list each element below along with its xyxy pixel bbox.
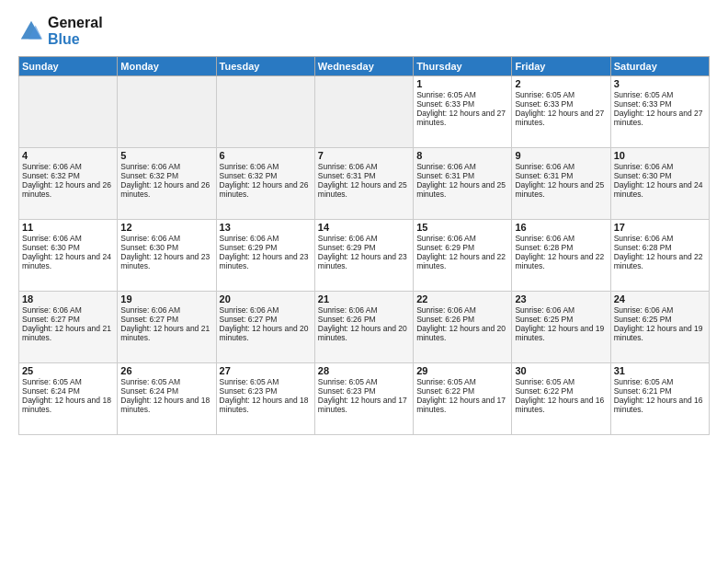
sunset-text: Sunset: 6:25 PM [614, 315, 706, 324]
daylight-text: Daylight: 12 hours and 27 minutes. [515, 109, 607, 127]
day-number: 1 [416, 78, 508, 89]
daylight-text: Daylight: 12 hours and 22 minutes. [416, 252, 508, 270]
sunset-text: Sunset: 6:31 PM [416, 171, 508, 180]
weekday-header-saturday: Saturday [610, 56, 709, 75]
weekday-header-monday: Monday [118, 56, 216, 75]
sunset-text: Sunset: 6:29 PM [416, 243, 508, 252]
sunrise-text: Sunrise: 6:06 AM [22, 162, 114, 171]
day-number: 4 [22, 150, 114, 161]
sunset-text: Sunset: 6:32 PM [22, 171, 114, 180]
sunset-text: Sunset: 6:26 PM [416, 315, 508, 324]
weekday-header-tuesday: Tuesday [216, 56, 314, 75]
calendar-cell: 8Sunrise: 6:06 AMSunset: 6:31 PMDaylight… [414, 147, 512, 219]
sunrise-text: Sunrise: 6:05 AM [515, 90, 607, 99]
calendar-cell: 12Sunrise: 6:06 AMSunset: 6:30 PMDayligh… [118, 219, 216, 291]
daylight-text: Daylight: 12 hours and 20 minutes. [416, 324, 508, 342]
daylight-text: Daylight: 12 hours and 22 minutes. [614, 252, 706, 270]
sunrise-text: Sunrise: 6:05 AM [318, 377, 410, 386]
calendar-cell: 20Sunrise: 6:06 AMSunset: 6:27 PMDayligh… [216, 291, 314, 362]
sunset-text: Sunset: 6:25 PM [515, 315, 607, 324]
logo-icon [18, 18, 44, 44]
sunrise-text: Sunrise: 6:05 AM [515, 377, 607, 386]
calendar-cell: 29Sunrise: 6:05 AMSunset: 6:22 PMDayligh… [414, 362, 512, 434]
day-number: 19 [120, 293, 212, 304]
weekday-header-wednesday: Wednesday [314, 56, 413, 75]
sunset-text: Sunset: 6:31 PM [515, 171, 607, 180]
calendar-cell: 10Sunrise: 6:06 AMSunset: 6:30 PMDayligh… [610, 147, 709, 219]
day-number: 9 [515, 150, 607, 161]
sunrise-text: Sunrise: 6:06 AM [220, 305, 312, 315]
sunrise-text: Sunrise: 6:05 AM [220, 377, 312, 386]
calendar-cell: 15Sunrise: 6:06 AMSunset: 6:29 PMDayligh… [414, 219, 512, 291]
calendar-week-2: 4Sunrise: 6:06 AMSunset: 6:32 PMDaylight… [19, 147, 710, 219]
calendar-cell: 5Sunrise: 6:06 AMSunset: 6:32 PMDaylight… [118, 147, 216, 219]
day-number: 14 [318, 222, 410, 233]
sunrise-text: Sunrise: 6:06 AM [220, 162, 312, 171]
daylight-text: Daylight: 12 hours and 23 minutes. [318, 252, 410, 270]
day-number: 12 [120, 222, 212, 233]
calendar-cell: 31Sunrise: 6:05 AMSunset: 6:21 PMDayligh… [610, 362, 709, 434]
daylight-text: Daylight: 12 hours and 25 minutes. [416, 180, 508, 199]
calendar-cell [314, 75, 413, 147]
weekday-header-thursday: Thursday [414, 56, 512, 75]
day-number: 21 [318, 293, 410, 304]
calendar-cell: 2Sunrise: 6:05 AMSunset: 6:33 PMDaylight… [512, 75, 610, 147]
calendar-cell: 13Sunrise: 6:06 AMSunset: 6:29 PMDayligh… [216, 219, 314, 291]
daylight-text: Daylight: 12 hours and 23 minutes. [220, 252, 312, 270]
sunrise-text: Sunrise: 6:06 AM [416, 162, 508, 171]
sunrise-text: Sunrise: 6:06 AM [416, 305, 508, 315]
calendar-cell: 30Sunrise: 6:05 AMSunset: 6:22 PMDayligh… [512, 362, 610, 434]
sunrise-text: Sunrise: 6:06 AM [318, 305, 410, 315]
daylight-text: Daylight: 12 hours and 19 minutes. [614, 324, 706, 342]
day-number: 7 [318, 150, 410, 161]
weekday-header-friday: Friday [512, 56, 610, 75]
daylight-text: Daylight: 12 hours and 21 minutes. [120, 324, 212, 342]
sunrise-text: Sunrise: 6:06 AM [22, 234, 114, 243]
calendar-cell: 26Sunrise: 6:05 AMSunset: 6:24 PMDayligh… [118, 362, 216, 434]
sunrise-text: Sunrise: 6:06 AM [416, 234, 508, 243]
sunset-text: Sunset: 6:22 PM [515, 386, 607, 396]
daylight-text: Daylight: 12 hours and 18 minutes. [22, 396, 114, 414]
daylight-text: Daylight: 12 hours and 26 minutes. [120, 180, 212, 199]
day-number: 18 [22, 293, 114, 304]
sunrise-text: Sunrise: 6:05 AM [416, 90, 508, 99]
sunrise-text: Sunrise: 6:06 AM [614, 162, 706, 171]
calendar-cell [19, 75, 118, 147]
sunset-text: Sunset: 6:32 PM [220, 171, 312, 180]
calendar-cell: 18Sunrise: 6:06 AMSunset: 6:27 PMDayligh… [19, 291, 118, 362]
sunrise-text: Sunrise: 6:06 AM [614, 305, 706, 315]
day-number: 8 [416, 150, 508, 161]
day-number: 24 [614, 293, 706, 304]
sunset-text: Sunset: 6:24 PM [120, 386, 212, 396]
day-number: 10 [614, 150, 706, 161]
sunset-text: Sunset: 6:28 PM [614, 243, 706, 252]
daylight-text: Daylight: 12 hours and 25 minutes. [515, 180, 607, 199]
day-number: 13 [220, 222, 312, 233]
sunset-text: Sunset: 6:30 PM [22, 243, 114, 252]
calendar-cell: 7Sunrise: 6:06 AMSunset: 6:31 PMDaylight… [314, 147, 413, 219]
daylight-text: Daylight: 12 hours and 16 minutes. [515, 396, 607, 414]
sunset-text: Sunset: 6:23 PM [318, 386, 410, 396]
sunrise-text: Sunrise: 6:05 AM [120, 377, 212, 386]
sunrise-text: Sunrise: 6:06 AM [318, 234, 410, 243]
sunset-text: Sunset: 6:27 PM [120, 315, 212, 324]
sunset-text: Sunset: 6:29 PM [318, 243, 410, 252]
sunrise-text: Sunrise: 6:05 AM [416, 377, 508, 386]
sunset-text: Sunset: 6:30 PM [120, 243, 212, 252]
calendar-cell: 27Sunrise: 6:05 AMSunset: 6:23 PMDayligh… [216, 362, 314, 434]
weekday-header-row: SundayMondayTuesdayWednesdayThursdayFrid… [19, 56, 710, 75]
day-number: 23 [515, 293, 607, 304]
calendar-cell: 17Sunrise: 6:06 AMSunset: 6:28 PMDayligh… [610, 219, 709, 291]
calendar-cell: 16Sunrise: 6:06 AMSunset: 6:28 PMDayligh… [512, 219, 610, 291]
day-number: 2 [515, 78, 607, 89]
calendar-week-3: 11Sunrise: 6:06 AMSunset: 6:30 PMDayligh… [19, 219, 710, 291]
calendar-cell: 4Sunrise: 6:06 AMSunset: 6:32 PMDaylight… [19, 147, 118, 219]
calendar-cell [118, 75, 216, 147]
sunset-text: Sunset: 6:33 PM [614, 99, 706, 109]
day-number: 31 [614, 365, 706, 376]
day-number: 5 [120, 150, 212, 161]
weekday-header-sunday: Sunday [19, 56, 118, 75]
calendar-week-4: 18Sunrise: 6:06 AMSunset: 6:27 PMDayligh… [19, 291, 710, 362]
calendar-cell: 28Sunrise: 6:05 AMSunset: 6:23 PMDayligh… [314, 362, 413, 434]
daylight-text: Daylight: 12 hours and 18 minutes. [120, 396, 212, 414]
